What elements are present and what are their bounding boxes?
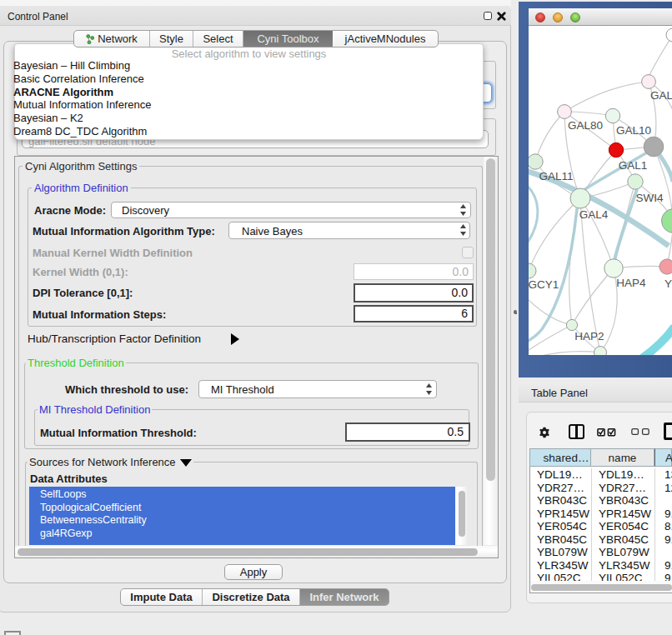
svg-text:GAL1: GAL1 <box>619 159 648 172</box>
svg-text:SWI4: SWI4 <box>635 192 663 204</box>
svg-text:HAP4: HAP4 <box>616 277 646 289</box>
svg-text:Y: Y <box>664 278 672 290</box>
svg-text:GAL10: GAL10 <box>616 124 651 137</box>
svg-text:GCY1: GCY1 <box>529 278 559 291</box>
svg-text:GAL: GAL <box>650 89 672 102</box>
svg-text:GAL80: GAL80 <box>568 119 603 132</box>
svg-text:HAP2: HAP2 <box>574 330 604 342</box>
svg-text:GAL11: GAL11 <box>539 170 573 182</box>
svg-text:GAL4: GAL4 <box>579 208 609 221</box>
